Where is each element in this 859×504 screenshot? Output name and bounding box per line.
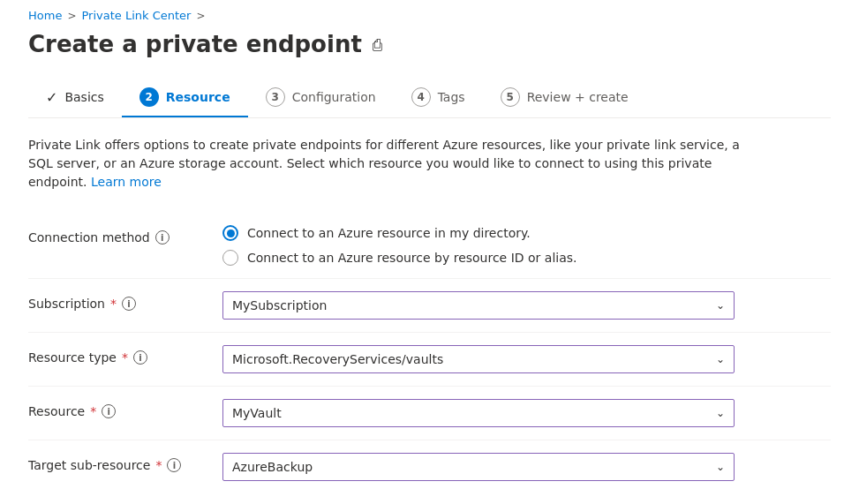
resource-required: * xyxy=(90,404,96,418)
subscription-info-icon[interactable]: i xyxy=(122,297,136,311)
page-title: Create a private endpoint xyxy=(28,31,362,57)
target-sub-resource-dropdown[interactable]: AzureBackup ⌄ xyxy=(222,453,735,481)
resource-type-dropdown-arrow: ⌄ xyxy=(716,353,725,365)
tab-configuration[interactable]: 3 Configuration xyxy=(248,79,394,117)
connection-method-label: Connection method xyxy=(28,230,150,244)
subscription-label: Subscription xyxy=(28,297,105,311)
tab-tags[interactable]: 4 Tags xyxy=(394,79,483,117)
subscription-dropdown-arrow: ⌄ xyxy=(716,299,725,312)
breadcrumb-separator-1: > xyxy=(67,10,76,22)
resource-type-label: Resource type xyxy=(28,350,117,365)
subscription-row: Subscription * i MySubscription ⌄ xyxy=(28,279,831,333)
radio-resource-id[interactable]: Connect to an Azure resource by resource… xyxy=(222,250,831,266)
tab-basics-check: ✓ xyxy=(46,89,57,106)
subscription-dropdown[interactable]: MySubscription ⌄ xyxy=(222,291,735,320)
subscription-required: * xyxy=(110,297,117,311)
radio-resource-id-circle xyxy=(222,250,238,266)
description-text: Private Link offers options to create pr… xyxy=(28,136,752,192)
tab-resource[interactable]: 2 Resource xyxy=(122,79,248,117)
resource-type-value: Microsoft.RecoveryServices/vaults xyxy=(232,352,443,366)
connection-method-info-icon[interactable]: i xyxy=(155,230,170,244)
target-sub-resource-value: AzureBackup xyxy=(232,460,313,474)
tab-configuration-badge: 3 xyxy=(266,87,285,107)
resource-type-control: Microsoft.RecoveryServices/vaults ⌄ xyxy=(222,345,831,373)
tab-review-badge: 5 xyxy=(501,87,520,107)
target-sub-resource-label: Target sub-resource xyxy=(28,458,150,472)
radio-directory-label: Connect to an Azure resource in my direc… xyxy=(247,226,531,240)
connection-method-radio-group: Connect to an Azure resource in my direc… xyxy=(222,225,831,266)
form-section: Connection method i Connect to an Azure … xyxy=(28,213,831,493)
tab-basics-label: Basics xyxy=(64,90,103,104)
subscription-label-col: Subscription * i xyxy=(28,291,222,311)
target-sub-resource-info-icon[interactable]: i xyxy=(167,458,181,472)
connection-method-label-col: Connection method i xyxy=(28,225,222,244)
radio-directory-circle xyxy=(222,225,238,241)
tab-tags-badge: 4 xyxy=(411,87,431,107)
resource-type-required: * xyxy=(122,350,128,365)
target-sub-resource-required: * xyxy=(155,458,162,472)
print-icon[interactable]: ⎙ xyxy=(373,35,382,54)
tab-review-label: Review + create xyxy=(527,90,629,104)
tabs-container: ✓ Basics 2 Resource 3 Configuration 4 Ta… xyxy=(28,79,831,118)
learn-more-link[interactable]: Learn more xyxy=(91,175,162,189)
resource-label: Resource xyxy=(28,404,85,418)
resource-type-dropdown[interactable]: Microsoft.RecoveryServices/vaults ⌄ xyxy=(222,345,735,373)
target-sub-resource-control: AzureBackup ⌄ xyxy=(222,453,831,481)
tab-review-create[interactable]: 5 Review + create xyxy=(483,79,646,117)
subscription-control: MySubscription ⌄ xyxy=(222,291,831,320)
page-header: Create a private endpoint ⎙ xyxy=(28,31,831,57)
target-sub-resource-label-col: Target sub-resource * i xyxy=(28,453,222,472)
resource-type-label-col: Resource type * i xyxy=(28,345,222,365)
breadcrumb-home[interactable]: Home xyxy=(28,9,62,22)
tab-basics[interactable]: ✓ Basics xyxy=(28,80,122,117)
resource-label-col: Resource * i xyxy=(28,399,222,418)
subscription-value: MySubscription xyxy=(232,298,327,312)
target-sub-resource-dropdown-arrow: ⌄ xyxy=(716,461,725,473)
page-container: Home > Private Link Center > Create a pr… xyxy=(0,0,859,504)
breadcrumb-private-link[interactable]: Private Link Center xyxy=(81,9,191,22)
tab-resource-badge: 2 xyxy=(139,87,159,107)
resource-control: MyVault ⌄ xyxy=(222,399,831,427)
tab-configuration-label: Configuration xyxy=(292,90,376,104)
tab-tags-label: Tags xyxy=(438,90,465,104)
resource-type-info-icon[interactable]: i xyxy=(133,350,147,365)
resource-dropdown[interactable]: MyVault ⌄ xyxy=(222,399,735,427)
breadcrumb-separator-2: > xyxy=(196,10,205,22)
resource-value: MyVault xyxy=(232,406,282,420)
tab-resource-label: Resource xyxy=(166,90,230,104)
resource-info-icon[interactable]: i xyxy=(102,404,116,418)
connection-method-row: Connection method i Connect to an Azure … xyxy=(28,213,831,279)
resource-row: Resource * i MyVault ⌄ xyxy=(28,387,831,440)
connection-method-controls: Connect to an Azure resource in my direc… xyxy=(222,225,831,266)
target-sub-resource-row: Target sub-resource * i AzureBackup ⌄ xyxy=(28,440,831,493)
breadcrumb: Home > Private Link Center > xyxy=(28,9,831,22)
resource-type-row: Resource type * i Microsoft.RecoveryServ… xyxy=(28,333,831,387)
resource-dropdown-arrow: ⌄ xyxy=(716,407,725,419)
radio-directory[interactable]: Connect to an Azure resource in my direc… xyxy=(222,225,831,241)
radio-resource-id-label: Connect to an Azure resource by resource… xyxy=(247,251,577,265)
